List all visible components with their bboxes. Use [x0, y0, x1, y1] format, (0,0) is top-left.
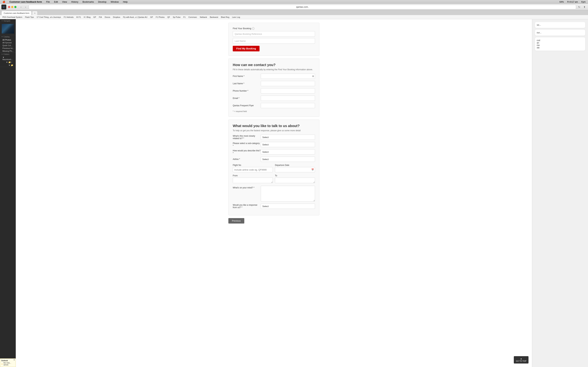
- catalog-triangle: ▼: [1, 36, 3, 38]
- navigator-header[interactable]: ▼ Navigate: [0, 19, 16, 23]
- bookmark-pes[interactable]: PES Overhead System: [1, 16, 23, 18]
- email-row: Email *: [233, 96, 294, 101]
- first-name-input[interactable]: [261, 74, 294, 79]
- address-bar-container[interactable]: [29, 5, 294, 9]
- catalog-quick-col[interactable]: Quick Col...: [0, 44, 16, 47]
- bookmark-dropbox[interactable]: Dropbox: [112, 16, 121, 18]
- departure-date-col: Departure Date 📅: [275, 164, 294, 172]
- bookmark-f1[interactable]: F1: [182, 16, 187, 18]
- bookmark-gp2[interactable]: GP: [149, 16, 154, 18]
- first-name-field-wrapper: ⊞: [261, 74, 294, 79]
- bookmark-qantas[interactable]: Fly with Aust...e | Qantas AU: [122, 16, 148, 18]
- describe-select[interactable]: Select: [261, 149, 294, 154]
- back-button[interactable]: ‹: [19, 5, 23, 9]
- catalog-previous[interactable]: Previous Im...: [0, 47, 16, 50]
- menu-bookmarks[interactable]: Bookmarks: [81, 0, 95, 3]
- fullscreen-button[interactable]: [14, 6, 17, 8]
- talk-title: What would you like to talk to us about?: [233, 124, 294, 128]
- bookmark-netbank[interactable]: Netbank: [199, 16, 208, 18]
- address-bar[interactable]: [30, 6, 294, 8]
- bookmark-qf[interactable]: QF: [166, 16, 171, 18]
- folders-header[interactable]: ▼ Folders: [0, 53, 16, 56]
- menu-history[interactable]: History: [70, 0, 79, 3]
- new-tab-button[interactable]: +: [32, 11, 38, 15]
- bookmark-flash[interactable]: Flash Tips: [24, 16, 35, 18]
- bookmark-blastreg[interactable]: Blast Reg: [220, 16, 231, 18]
- info-icon[interactable]: i: [252, 27, 254, 30]
- catalog-header[interactable]: ▼ Catalog: [0, 35, 16, 38]
- folder-sub2[interactable]: ▼ 📁: [6, 64, 16, 67]
- contact-title: How can we contact you?: [233, 63, 294, 67]
- lr-text: Lr: [3, 6, 5, 8]
- forward-button[interactable]: ›: [24, 5, 28, 9]
- bookmark-fia[interactable]: FIA: [98, 16, 103, 18]
- bookmark-kif1[interactable]: KI F1: [75, 16, 82, 18]
- airline-label: Airline *: [233, 158, 261, 160]
- airline-select[interactable]: Select: [261, 157, 294, 162]
- menu-file[interactable]: File: [45, 0, 51, 3]
- menu-edit[interactable]: Edit: [53, 0, 59, 3]
- find-booking-button[interactable]: Find My Booking: [233, 46, 259, 51]
- catalog-all-photos[interactable]: All Photos: [0, 38, 16, 41]
- closely-related-label: What's this most closely related to? *: [233, 135, 261, 140]
- email-label: Email *: [233, 97, 261, 100]
- apple-menu[interactable]: 🍎: [1, 0, 6, 3]
- phone-row: Phone Number *: [233, 88, 294, 93]
- to-input-wrapper: [275, 178, 294, 184]
- phone-input[interactable]: [261, 88, 294, 93]
- closely-related-select[interactable]: Select: [261, 134, 294, 140]
- app-name[interactable]: Customer-care-feedback-form: [9, 0, 43, 3]
- last-name-contact-input[interactable]: [261, 81, 294, 86]
- bookmark-commsec[interactable]: Commsec: [187, 16, 198, 18]
- active-tab[interactable]: Customer-care-feedback-form: [1, 11, 32, 15]
- flight-no-input[interactable]: [233, 167, 273, 172]
- bookmark-sppulse[interactable]: Sp Pulse: [172, 16, 182, 18]
- bookmark-lanclog[interactable]: Lanc Log: [231, 16, 241, 18]
- from-input[interactable]: [233, 178, 273, 183]
- traffic-lights: [8, 6, 17, 8]
- tab-title: Customer-care-feedback-form: [4, 12, 29, 14]
- frequent-flyer-input[interactable]: [261, 103, 294, 108]
- bookmark-cool[interactable]: 17 Cool Thing...a's Journeys: [35, 16, 62, 18]
- folder-sub1[interactable]: ▼ 📁 /: [3, 61, 16, 64]
- contact-subtitle: Fill in these details automatically by e…: [233, 68, 294, 71]
- catalog-missing[interactable]: Missing Ph...: [0, 50, 16, 52]
- menu-develop[interactable]: Develop: [97, 0, 107, 3]
- catalog-all-synced[interactable]: All Synced: [0, 41, 16, 44]
- browser-tabs: Customer-care-feedback-form +: [0, 10, 294, 15]
- last-name-input[interactable]: [233, 38, 294, 44]
- sub-category-select-wrapper: Select: [261, 142, 294, 147]
- from-input-wrapper: [233, 178, 273, 184]
- find-booking-text: Find Your Booking: [233, 27, 251, 30]
- folder-macintosh[interactable]: ▼ Macintosh...: [0, 56, 16, 61]
- bookmark-kiblog[interactable]: K I Blog: [83, 16, 92, 18]
- close-button[interactable]: [8, 6, 10, 8]
- to-input[interactable]: [275, 178, 294, 183]
- last-name-label: Last Name *: [233, 82, 261, 85]
- describe-select-wrapper: Select: [261, 149, 294, 154]
- webpage-content: Find Your Booking i Find My Booking How …: [16, 19, 294, 184]
- sub-category-row: Please select a sub-category * Select: [233, 142, 294, 147]
- departure-date-input[interactable]: [275, 167, 294, 172]
- airline-row: Airline * Select: [233, 157, 294, 162]
- menu-window[interactable]: Window: [110, 0, 120, 3]
- talk-section: What would you like to talk to us about?…: [228, 119, 294, 184]
- bookmark-gp1[interactable]: GP: [92, 16, 97, 18]
- menu-view[interactable]: View: [61, 0, 68, 3]
- email-input[interactable]: [261, 96, 294, 101]
- bookmark-bankwest[interactable]: Bankwest: [209, 16, 219, 18]
- sub-category-select[interactable]: Select: [261, 142, 294, 147]
- bookmark-f1photos[interactable]: F1 Photos: [155, 16, 165, 18]
- booking-reference-input[interactable]: [233, 31, 294, 37]
- browser-window: Lr ‹ › ↻ ⬆ Customer-care-feedback-form +…: [0, 4, 294, 184]
- bookmark-f1helmets[interactable]: F1 Helmets: [63, 16, 75, 18]
- minimize-button[interactable]: [11, 6, 13, 8]
- navigator-thumbnail: [2, 24, 14, 33]
- menu-help[interactable]: Help: [122, 0, 129, 3]
- navigator-section: ▼ Navigate: [0, 19, 16, 35]
- navigator-label: Navigate: [3, 20, 10, 22]
- bookmark-docos[interactable]: Docos: [104, 16, 111, 18]
- to-col: To: [275, 175, 294, 184]
- folders-triangle: ▼: [1, 53, 3, 55]
- describe-label: How would you describe this? *: [233, 150, 261, 154]
